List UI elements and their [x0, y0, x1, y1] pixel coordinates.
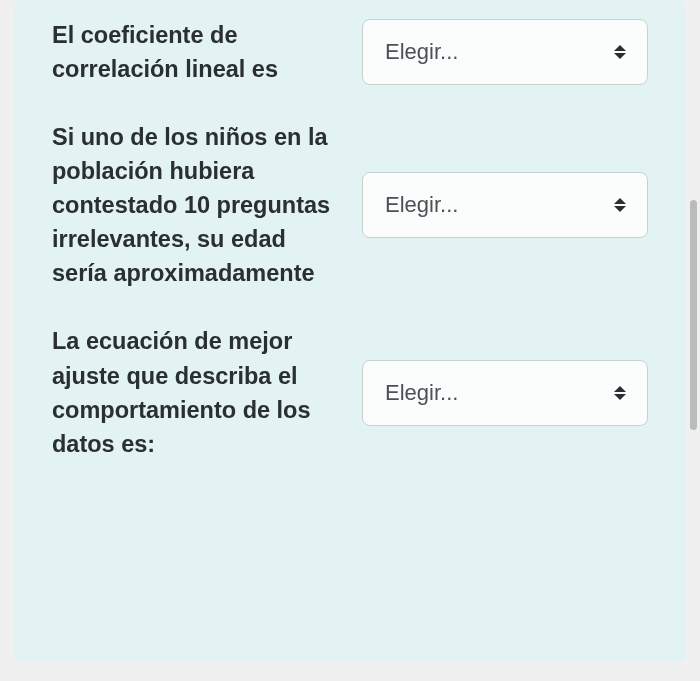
question-label-2: Si uno de los niños en la población hubi…: [52, 120, 342, 290]
select-age[interactable]: Elegir...: [362, 172, 648, 238]
select-placeholder: Elegir...: [385, 192, 458, 218]
question-label-3: La ecuación de mejor ajuste que describa…: [52, 324, 342, 460]
select-placeholder: Elegir...: [385, 39, 458, 65]
scrollbar-thumb[interactable]: [690, 200, 697, 430]
select-placeholder: Elegir...: [385, 380, 458, 406]
question-row-2: Si uno de los niños en la población hubi…: [52, 120, 648, 290]
select-wrap-3: Elegir...: [362, 360, 648, 426]
select-correlation[interactable]: Elegir...: [362, 19, 648, 85]
select-wrap-1: Elegir...: [362, 19, 648, 85]
question-label-1: El coeficiente de correlación lineal es: [52, 18, 342, 86]
select-equation[interactable]: Elegir...: [362, 360, 648, 426]
select-wrap-2: Elegir...: [362, 172, 648, 238]
question-row-1: El coeficiente de correlación lineal es …: [52, 18, 648, 86]
question-row-3: La ecuación de mejor ajuste que describa…: [52, 324, 648, 460]
question-panel: El coeficiente de correlación lineal es …: [14, 0, 686, 662]
